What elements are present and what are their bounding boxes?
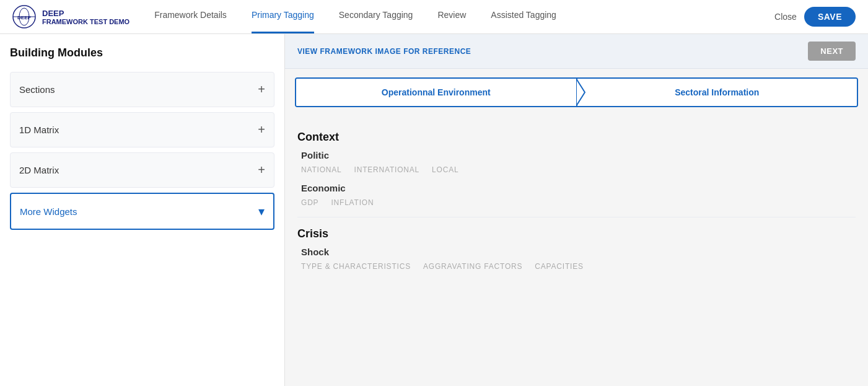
save-button[interactable]: SAVE: [804, 7, 856, 27]
sidebar-item-2d-matrix[interactable]: 2D Matrix +: [10, 152, 274, 188]
nav-links: Framework Details Primary Tagging Second…: [154, 0, 774, 33]
section-divider: [297, 217, 856, 217]
deep-logo-icon: DEEP: [12, 5, 36, 29]
sidebar-2d-matrix-label: 2D Matrix: [19, 165, 59, 175]
main-layout: Building Modules Sections + 1D Matrix + …: [0, 34, 868, 386]
tag-gdp: GDP: [301, 198, 318, 207]
nav-secondary-tagging[interactable]: Secondary Tagging: [339, 0, 413, 33]
tag-type-characteristics: TYPE & CHARACTERISTICS: [301, 262, 411, 271]
content-area: VIEW FRAMEWORK IMAGE FOR REFERENCE NEXT …: [285, 34, 868, 386]
sub-section-economic: Economic GDP INFLATION: [297, 183, 856, 207]
shock-tags: TYPE & CHARACTERISTICS AGGRAVATING FACTO…: [297, 262, 856, 271]
crisis-heading: Crisis: [297, 227, 856, 240]
sidebar-item-more-widgets[interactable]: More Widgets ▾: [10, 193, 274, 230]
section-context: Context Politic NATIONAL INTERNATIONAL L…: [297, 131, 856, 207]
header: DEEP DEEP FRAMEWORK TEST DEMO Framework …: [0, 0, 868, 34]
nav-assisted-tagging[interactable]: Assisted Tagging: [491, 0, 556, 33]
section-crisis: Crisis Shock TYPE & CHARACTERISTICS AGGR…: [297, 227, 856, 271]
tab-operational-environment[interactable]: Operationnal Environment: [296, 79, 577, 106]
plus-icon-2d-matrix: +: [258, 163, 265, 177]
view-framework-link[interactable]: VIEW FRAMEWORK IMAGE FOR REFERENCE: [297, 47, 471, 56]
close-button[interactable]: Close: [774, 12, 797, 22]
sidebar-item-sections[interactable]: Sections +: [10, 72, 274, 107]
logo-text: DEEP FRAMEWORK TEST DEMO: [42, 9, 129, 25]
sidebar-sections-label: Sections: [19, 84, 55, 95]
view-framework-bar: VIEW FRAMEWORK IMAGE FOR REFERENCE NEXT: [285, 34, 868, 69]
sub-section-shock: Shock TYPE & CHARACTERISTICS AGGRAVATING…: [297, 247, 856, 271]
tag-capacities: CAPACITIES: [535, 262, 583, 271]
tag-aggravating-factors: AGGRAVATING FACTORS: [423, 262, 522, 271]
tag-inflation: INFLATION: [331, 198, 374, 207]
tab-chevron-icon: [576, 79, 586, 106]
economic-sub-heading: Economic: [297, 183, 856, 193]
sidebar-item-1d-matrix[interactable]: 1D Matrix +: [10, 112, 274, 147]
nav-primary-tagging[interactable]: Primary Tagging: [252, 0, 314, 33]
sidebar-more-widgets-label: More Widgets: [20, 206, 77, 217]
sidebar: Building Modules Sections + 1D Matrix + …: [0, 34, 285, 386]
sidebar-title: Building Modules: [10, 46, 274, 59]
section-tabs: Operationnal Environment Sectoral Inform…: [295, 77, 858, 107]
nav-framework-details[interactable]: Framework Details: [154, 0, 227, 33]
tag-national: NATIONAL: [301, 165, 342, 174]
logo-area: DEEP DEEP FRAMEWORK TEST DEMO: [12, 5, 129, 29]
plus-icon-1d-matrix: +: [258, 123, 265, 137]
shock-sub-heading: Shock: [297, 247, 856, 257]
svg-marker-4: [576, 79, 585, 106]
header-actions: Close SAVE: [774, 7, 856, 27]
main-content: Context Politic NATIONAL INTERNATIONAL L…: [285, 116, 868, 286]
politic-tags: NATIONAL INTERNATIONAL LOCAL: [297, 165, 856, 174]
context-heading: Context: [297, 131, 856, 144]
tab-sectoral-information[interactable]: Sectoral Information: [577, 79, 857, 106]
sub-section-politic: Politic NATIONAL INTERNATIONAL LOCAL: [297, 150, 856, 174]
chevron-down-icon-more-widgets: ▾: [258, 204, 265, 219]
sidebar-1d-matrix-label: 1D Matrix: [19, 125, 59, 135]
tag-local: LOCAL: [432, 165, 458, 174]
economic-tags: GDP INFLATION: [297, 198, 856, 207]
politic-sub-heading: Politic: [297, 150, 856, 160]
nav-review[interactable]: Review: [437, 0, 466, 33]
tag-international: INTERNATIONAL: [354, 165, 420, 174]
plus-icon-sections: +: [258, 82, 265, 97]
next-button[interactable]: NEXT: [808, 42, 856, 61]
